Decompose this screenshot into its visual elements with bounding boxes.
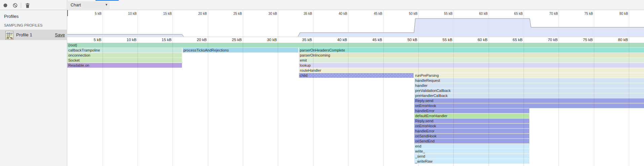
svg-text:%: %	[10, 36, 13, 40]
